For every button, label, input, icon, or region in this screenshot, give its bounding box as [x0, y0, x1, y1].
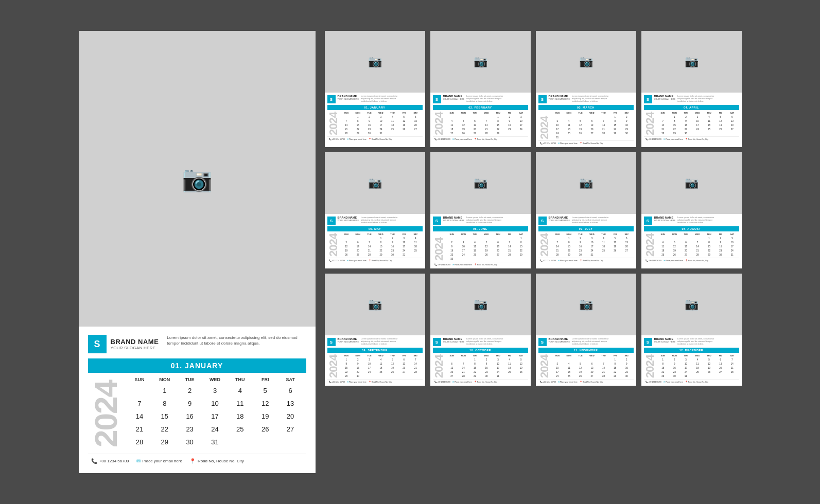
small-calendars-grid: 📷 S BRAND NAME YOUR SLOGAN HERE Lorem ip… [325, 31, 742, 386]
brand-slogan: YOUR SLOGAN HERE [111, 346, 159, 350]
small-year-label: 2024 [327, 231, 340, 258]
main-calendar-page: 📷 S BRAND NAME YOUR SLOGAN HERE Lorem ip… [79, 31, 316, 473]
day-mon: MON [152, 376, 177, 383]
email-text: Place your email here [143, 459, 182, 463]
small-camera-icon: 📷 [579, 176, 593, 190]
small-brand-text: BRAND NAME YOUR SLOGAN HERE [443, 95, 465, 100]
small-photo-6: 📷 [430, 152, 531, 214]
small-month-header-9: 09. SEPTEMBER [327, 348, 423, 353]
main-photo-placeholder: 📷 [79, 31, 316, 327]
brand-desc-row: S BRAND NAME YOUR SLOGAN HERE Lorem ipsu… [88, 335, 306, 353]
small-brand-text: BRAND NAME YOUR SLOGAN HERE [338, 337, 359, 343]
small-brand-text: BRAND NAME YOUR SLOGAN HERE [443, 216, 465, 222]
small-page-11: 📷 S BRAND NAME YOUR SLOGAN HERE Lorem ip… [536, 274, 636, 386]
brand-name: BRAND NAME [111, 338, 159, 346]
small-year-label: 2024 [433, 353, 445, 379]
small-page-4: 📷 S BRAND NAME YOUR SLOGAN HERE Lorem ip… [641, 31, 742, 147]
small-camera-icon: 📷 [368, 55, 382, 68]
brand-block: S BRAND NAME YOUR SLOGAN HERE [88, 335, 159, 353]
small-year-label: 2024 [433, 110, 445, 136]
small-page-1: 📷 S BRAND NAME YOUR SLOGAN HERE Lorem ip… [325, 31, 425, 147]
small-brand-text: BRAND NAME YOUR SLOGAN HERE [654, 95, 676, 100]
small-camera-icon: 📷 [474, 176, 487, 190]
cal-row-4: 21 22 23 24 25 26 27 [127, 423, 303, 436]
brand-logo-char: S [94, 339, 100, 350]
small-photo-7: 📷 [536, 152, 636, 214]
small-photo-5: 📷 [325, 152, 425, 214]
phone-text: +00 1234 56789 [99, 459, 129, 463]
day-sat: SAT [278, 376, 303, 383]
small-year-label: 2024 [644, 353, 656, 379]
small-brand-logo: S [538, 217, 547, 225]
brand-text: BRAND NAME YOUR SLOGAN HERE [111, 338, 159, 350]
small-photo-3: 📷 [536, 31, 636, 93]
address-text: Road No, House No, City [198, 459, 244, 463]
small-camera-icon: 📷 [579, 55, 593, 68]
small-year-label: 2024 [538, 231, 551, 258]
small-bottom-4: S BRAND NAME YOUR SLOGAN HERE Lorem ipsu… [641, 93, 742, 143]
small-month-header-8: 08. AUGUST [644, 226, 739, 231]
small-camera-icon: 📷 [579, 298, 593, 311]
small-page-12: 📷 S BRAND NAME YOUR SLOGAN HERE Lorem ip… [641, 274, 742, 386]
small-brand-text: BRAND NAME YOUR SLOGAN HERE [549, 95, 570, 100]
small-bottom-1: S BRAND NAME YOUR SLOGAN HERE Lorem ipsu… [325, 93, 425, 143]
small-brand-text: BRAND NAME YOUR SLOGAN HERE [654, 216, 676, 222]
small-camera-icon: 📷 [368, 298, 382, 311]
small-brand-logo: S [327, 217, 336, 225]
cal-row-3: 14 15 16 17 18 19 20 [127, 410, 303, 423]
phone-icon: 📞 [91, 458, 97, 464]
small-year-label: 2024 [327, 110, 340, 136]
small-photo-2: 📷 [430, 31, 531, 93]
small-month-header-3: 03. MARCH [538, 105, 634, 110]
camera-icon: 📷 [182, 165, 213, 193]
small-brand-logo: S [644, 217, 652, 225]
small-brand-logo: S [538, 338, 547, 346]
year-label: 2024 [88, 373, 124, 452]
small-brand-text: BRAND NAME YOUR SLOGAN HERE [443, 337, 465, 343]
small-brand-text: BRAND NAME YOUR SLOGAN HERE [338, 95, 359, 100]
small-page-2: 📷 S BRAND NAME YOUR SLOGAN HERE Lorem ip… [430, 31, 531, 147]
small-brand-logo: S [327, 338, 336, 346]
small-camera-icon: 📷 [474, 55, 487, 68]
small-brand-logo: S [644, 338, 652, 346]
small-bottom-2: S BRAND NAME YOUR SLOGAN HERE Lorem ipsu… [430, 93, 531, 143]
day-thu: THU [228, 376, 253, 383]
small-photo-1: 📷 [325, 31, 425, 93]
cal-row-5: 28 29 30 31 [127, 436, 303, 448]
small-page-7: 📷 S BRAND NAME YOUR SLOGAN HERE Lorem ip… [536, 152, 636, 268]
small-month-header-2: 02. FEBRUARY [433, 105, 528, 110]
main-bottom-section: S BRAND NAME YOUR SLOGAN HERE Lorem ipsu… [79, 327, 316, 473]
calendar-grid: SUN MON TUE WED THU FRI SAT 1 2 3 [124, 373, 306, 452]
small-brand-logo: S [644, 95, 652, 103]
small-brand-logo: S [433, 338, 441, 346]
small-brand-text: BRAND NAME YOUR SLOGAN HERE [549, 337, 570, 343]
small-brand-text: BRAND NAME YOUR SLOGAN HERE [549, 216, 570, 222]
small-bottom-10: S BRAND NAME YOUR SLOGAN HERE Lorem ipsu… [430, 335, 531, 386]
small-brand-logo: S [327, 95, 336, 103]
small-brand-logo: S [433, 95, 441, 103]
small-brand-logo: S [538, 95, 547, 103]
small-year-label: 2024 [644, 231, 656, 258]
main-container: 📷 S BRAND NAME YOUR SLOGAN HERE Lorem ip… [68, 21, 752, 483]
small-page-6: 📷 S BRAND NAME YOUR SLOGAN HERE Lorem ip… [430, 152, 531, 268]
small-bottom-8: S BRAND NAME YOUR SLOGAN HERE Lorem ipsu… [641, 214, 742, 264]
month-label: 01. JANUARY [171, 362, 223, 370]
small-month-header-10: 10. OCTOBER [433, 348, 528, 353]
small-bottom-7: S BRAND NAME YOUR SLOGAN HERE Lorem ipsu… [536, 214, 636, 264]
small-month-header-12: 12. DECEMBER [644, 348, 739, 353]
contact-address: 📍 Road No, House No, City [189, 458, 244, 464]
day-sun: SUN [127, 376, 152, 383]
small-brand-text: BRAND NAME YOUR SLOGAN HERE [654, 337, 676, 343]
small-photo-11: 📷 [536, 274, 636, 335]
small-year-label: 2024 [644, 110, 656, 136]
small-brand-logo: S [433, 217, 441, 225]
small-photo-12: 📷 [641, 274, 742, 335]
cal-row-1: 1 2 3 4 5 6 [127, 384, 303, 397]
contact-email: ✉ Place your email here [136, 458, 182, 464]
small-month-header-6: 06. JUNE [433, 226, 528, 231]
small-bottom-5: S BRAND NAME YOUR SLOGAN HERE Lorem ipsu… [325, 214, 425, 264]
small-page-9: 📷 S BRAND NAME YOUR SLOGAN HERE Lorem ip… [325, 274, 425, 386]
small-year-label: 2024 [327, 353, 340, 379]
small-page-8: 📷 S BRAND NAME YOUR SLOGAN HERE Lorem ip… [641, 152, 742, 268]
small-camera-icon: 📷 [685, 176, 699, 190]
